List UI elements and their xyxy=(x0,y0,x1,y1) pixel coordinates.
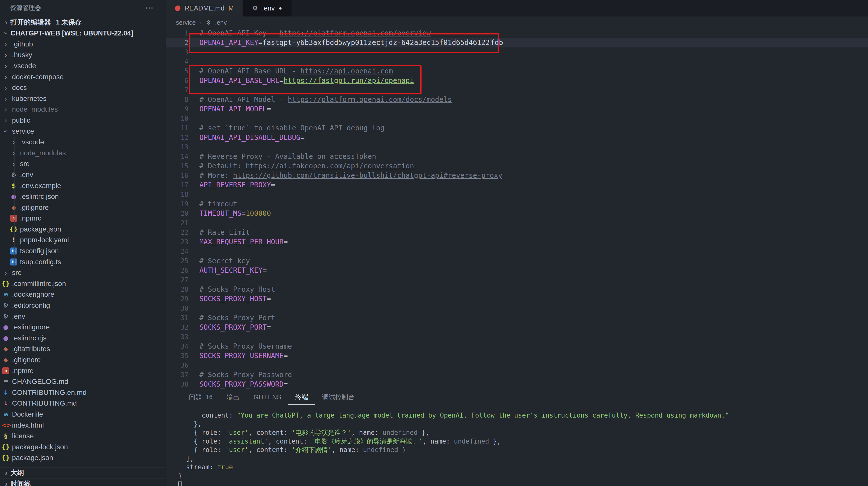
code-line-36[interactable]: 36 xyxy=(166,361,868,370)
code-line-29[interactable]: 29SOCKS_PROXY_HOST= xyxy=(166,294,868,304)
code-line-9[interactable]: 9OPENAI_API_MODEL= xyxy=(166,105,868,114)
tab-env[interactable]: ⚙ .env ● xyxy=(243,0,291,17)
code-line-6[interactable]: 6OPENAI_API_BASE_URL=https://fastgpt.run… xyxy=(166,76,868,85)
tree-file-.npmrc[interactable]: n.npmrc xyxy=(0,213,165,224)
tree-file-package.json[interactable]: {}package.json xyxy=(0,224,165,235)
editor-pane[interactable]: 1# OpenAI API Key - https://platform.ope… xyxy=(166,28,868,389)
code-line-21[interactable]: 21 xyxy=(166,218,868,228)
code-line-13[interactable]: 13 xyxy=(166,142,868,152)
tree-folder-src[interactable]: ›src xyxy=(0,267,165,278)
tree-file-license[interactable]: §license xyxy=(0,431,165,441)
code-line-19[interactable]: 19# timeout xyxy=(166,199,868,209)
tree-folder-.vscode[interactable]: ›.vscode xyxy=(0,60,165,72)
code-line-18[interactable]: 18 xyxy=(166,190,868,199)
tree-file-.commitlintrc.json[interactable]: {}.commitlintrc.json xyxy=(0,278,165,289)
file-label: tsup.config.ts xyxy=(20,258,61,266)
terminal-line-7: stream: true xyxy=(178,463,868,471)
code-line-3[interactable]: 3 xyxy=(166,48,868,57)
tree-file-pnpm-lock.yaml[interactable]: !pnpm-lock.yaml xyxy=(0,235,165,246)
tree-folder-src[interactable]: ›src xyxy=(0,159,165,170)
tree-folder-.vscode[interactable]: ›.vscode xyxy=(0,137,165,148)
panel-tab-GITLENS[interactable]: GITLENS xyxy=(247,389,288,405)
tree-folder-node_modules[interactable]: ›node_modules xyxy=(0,148,165,159)
code-line-23[interactable]: 23MAX_REQUEST_PER_HOUR= xyxy=(166,237,868,247)
tree-folder-public[interactable]: ›public xyxy=(0,115,165,126)
tree-file-Dockerfile[interactable]: ≋Dockerfile xyxy=(0,409,165,420)
panel-tab-问题[interactable]: 问题16 xyxy=(182,389,220,405)
tree-file-.gitignore[interactable]: ◆.gitignore xyxy=(0,354,165,365)
code-line-24[interactable]: 24 xyxy=(166,247,868,256)
tree-folder-kubernetes[interactable]: ›kubernetes xyxy=(0,93,165,104)
code-line-25[interactable]: 25# Secret key xyxy=(166,256,868,266)
tree-file-.editorconfig[interactable]: ⚙.editorconfig xyxy=(0,300,165,311)
code-line-14[interactable]: 14# Reverse Proxy - Available on accessT… xyxy=(166,152,868,161)
terminal-output[interactable]: content: "You are ChatGPT, a large langu… xyxy=(166,405,868,486)
tree-file-.eslintrc.cjs[interactable]: ●.eslintrc.cjs xyxy=(0,333,165,344)
panel-tab-终端[interactable]: 终端 xyxy=(288,389,315,405)
code-line-30[interactable]: 30 xyxy=(166,304,868,313)
tree-file-.env.example[interactable]: $.env.example xyxy=(0,180,165,191)
code-line-38[interactable]: 38SOCKS_PROXY_PASSWORD= xyxy=(166,380,868,389)
tree-file-.npmrc[interactable]: n.npmrc xyxy=(0,365,165,376)
tree-file-.gitattributes[interactable]: ◆.gitattributes xyxy=(0,344,165,355)
code-line-27[interactable]: 27 xyxy=(166,275,868,285)
breadcrumb-item-env[interactable]: .env xyxy=(215,19,227,26)
tree-file-CONTRIBUTING.en.md[interactable]: ↓CONTRIBUTING.en.md xyxy=(0,387,165,398)
tree-folder-docs[interactable]: ›docs xyxy=(0,82,165,93)
code-line-35[interactable]: 35SOCKS_PROXY_USERNAME= xyxy=(166,351,868,361)
tree-file-.gitignore[interactable]: ◆.gitignore xyxy=(0,202,165,213)
tree-file-package-lock.json[interactable]: {}package-lock.json xyxy=(0,441,165,453)
open-editors-header[interactable]: › 打开的编辑器 1 未保存 xyxy=(0,17,165,28)
file-label: docs xyxy=(12,84,27,92)
project-root-header[interactable]: › CHATGPT-WEB [WSL: UBUNTU-22.04] xyxy=(0,28,165,39)
code-line-17[interactable]: 17API_REVERSE_PROXY= xyxy=(166,180,868,190)
code-line-1[interactable]: 1# OpenAI API Key - https://platform.ope… xyxy=(166,28,868,38)
tree-folder-docker-compose[interactable]: ›docker-compose xyxy=(0,72,165,82)
tree-file-.env[interactable]: ⚙.env xyxy=(0,311,165,322)
line-number: 36 xyxy=(166,361,188,370)
panel-tab-调试控制台[interactable]: 调试控制台 xyxy=(315,389,362,405)
code-line-34[interactable]: 34# Socks Proxy Username xyxy=(166,342,868,351)
tree-folder-node_modules[interactable]: ›node_modules xyxy=(0,104,165,115)
code-line-33[interactable]: 33 xyxy=(166,332,868,342)
outline-section-header[interactable]: › 大纲 xyxy=(0,467,165,478)
code-line-28[interactable]: 28# Socks Proxy Host xyxy=(166,285,868,294)
code-line-10[interactable]: 10 xyxy=(166,114,868,123)
tree-folder-.github[interactable]: ›.github xyxy=(0,39,165,50)
code-line-15[interactable]: 15# Default: https://ai.fakeopen.com/api… xyxy=(166,161,868,171)
code-line-20[interactable]: 20TIMEOUT_MS=100000 xyxy=(166,209,868,218)
tree-file-index.html[interactable]: <>index.html xyxy=(0,420,165,431)
chevron-right-icon: › xyxy=(2,469,10,477)
code-line-11[interactable]: 11# set `true` to disable OpenAI API deb… xyxy=(166,123,868,133)
tree-file-.eslintignore[interactable]: ●.eslintignore xyxy=(0,322,165,333)
code-line-7[interactable]: 7 xyxy=(166,85,868,95)
breadcrumb-item-service[interactable]: service xyxy=(176,19,196,26)
line-number: 19 xyxy=(166,199,188,209)
tab-readme[interactable]: README.md M xyxy=(166,0,243,17)
line-number: 27 xyxy=(166,275,188,285)
code-line-4[interactable]: 4 xyxy=(166,57,868,66)
tree-folder-.husky[interactable]: ›.husky xyxy=(0,50,165,61)
code-line-31[interactable]: 31# Socks Proxy Port xyxy=(166,313,868,323)
more-actions-icon[interactable]: ⋯ xyxy=(145,3,154,13)
tree-file-.eslintrc.json[interactable]: ●.eslintrc.json xyxy=(0,191,165,202)
code-line-37[interactable]: 37# Socks Proxy Password xyxy=(166,370,868,380)
tree-file-CHANGELOG.md[interactable]: ≡CHANGELOG.md xyxy=(0,376,165,387)
code-line-32[interactable]: 32SOCKS_PROXY_PORT= xyxy=(166,323,868,332)
code-line-5[interactable]: 5# OpenAI API Base URL - https://api.ope… xyxy=(166,66,868,76)
code-line-8[interactable]: 8# OpenAI API Model - https://platform.o… xyxy=(166,95,868,105)
tree-file-.dockerignore[interactable]: ≋.dockerignore xyxy=(0,289,165,300)
tree-file-tsconfig.json[interactable]: tstsconfig.json xyxy=(0,246,165,256)
code-line-2[interactable]: 2OPENAI_API_KEY=fastgpt-y6b3axfbdd5wyp01… xyxy=(166,38,868,48)
tree-file-tsup.config.ts[interactable]: tstsup.config.ts xyxy=(0,256,165,267)
tree-folder-service[interactable]: ›service xyxy=(0,126,165,137)
code-line-16[interactable]: 16# More: https://github.com/transitive-… xyxy=(166,171,868,180)
tree-file-CONTRIBUTING.md[interactable]: ↓CONTRIBUTING.md xyxy=(0,398,165,409)
code-line-22[interactable]: 22# Rate Limit xyxy=(166,228,868,237)
code-line-26[interactable]: 26AUTH_SECRET_KEY= xyxy=(166,266,868,275)
tree-file-.env[interactable]: ⚙.env xyxy=(0,169,165,180)
timeline-section-header[interactable]: › 时间线 xyxy=(0,478,165,486)
tree-file-package.json[interactable]: {}package.json xyxy=(0,453,165,463)
panel-tab-输出[interactable]: 输出 xyxy=(220,389,247,405)
code-line-12[interactable]: 12OPENAI_API_DISABLE_DEBUG= xyxy=(166,133,868,142)
